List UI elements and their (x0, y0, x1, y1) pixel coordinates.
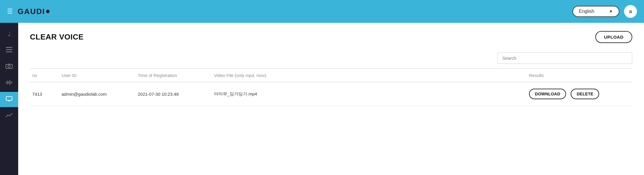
cell-time: 2021-07-30 10:23:48 (135, 92, 212, 97)
search-row (30, 52, 632, 64)
svg-rect-13 (8, 101, 10, 101)
logo-dot-icon (46, 10, 50, 13)
svg-point-4 (8, 65, 10, 68)
col-actions (585, 73, 632, 78)
svg-rect-7 (7, 80, 8, 85)
upload-button[interactable]: UPLOAD (595, 31, 632, 43)
screen-icon (6, 96, 12, 103)
sidebar-item-camera[interactable] (0, 59, 18, 74)
sidebar: ♩ (0, 23, 18, 175)
svg-rect-14 (8, 100, 11, 101)
header-left: ☰ GAUDI (7, 7, 50, 16)
sidebar-item-music[interactable]: ♩ (0, 26, 18, 42)
hamburger-icon[interactable]: ☰ (7, 8, 13, 15)
sidebar-item-waveform[interactable] (0, 76, 18, 91)
waveform-icon (6, 80, 12, 87)
sidebar-item-list[interactable] (0, 43, 18, 58)
page-header: CLEAR VOICE UPLOAD (30, 31, 632, 43)
page-title: CLEAR VOICE (30, 32, 84, 42)
col-results: Results (527, 73, 585, 78)
user-initial: a (629, 8, 632, 15)
sidebar-item-analytics[interactable] (0, 108, 18, 123)
content-area: CLEAR VOICE UPLOAD no User ID Time of Re… (18, 23, 644, 175)
col-user-id: User ID (59, 73, 135, 78)
list-icon (6, 47, 12, 54)
data-table: no User ID Time of Registration Video Fi… (30, 68, 632, 106)
svg-rect-0 (6, 47, 12, 48)
col-no: no (30, 73, 59, 78)
logo-text: GAUDI (18, 7, 45, 16)
delete-button[interactable]: DELETE (571, 89, 599, 99)
svg-rect-5 (8, 64, 10, 65)
cell-file: 마마무_딩가딩가.mp4 (212, 91, 527, 97)
svg-rect-1 (6, 49, 12, 50)
music-icon: ♩ (8, 30, 11, 37)
svg-rect-10 (11, 81, 11, 84)
camera-icon (6, 63, 13, 71)
svg-rect-8 (8, 81, 9, 84)
main-layout: ♩ (0, 23, 644, 175)
svg-rect-2 (6, 52, 12, 52)
search-input[interactable] (497, 52, 632, 64)
header-right: English ▼ a (572, 5, 637, 18)
user-avatar[interactable]: a (624, 5, 637, 18)
cell-actions: DOWNLOAD DELETE (527, 89, 585, 99)
language-selector[interactable]: English ▼ (572, 6, 619, 17)
download-button[interactable]: DOWNLOAD (529, 89, 566, 99)
svg-rect-11 (12, 82, 12, 83)
logo: GAUDI (18, 7, 50, 16)
chevron-down-icon: ▼ (609, 9, 613, 14)
cell-no: 7413 (30, 92, 59, 97)
svg-rect-12 (6, 97, 12, 100)
table-header: no User ID Time of Registration Video Fi… (30, 68, 632, 82)
language-label: English (579, 9, 594, 14)
svg-rect-6 (6, 82, 6, 83)
header: ☰ GAUDI English ▼ a (0, 0, 644, 23)
sidebar-item-screen[interactable] (0, 92, 18, 107)
svg-rect-9 (9, 80, 10, 85)
chart-icon (6, 113, 12, 119)
col-time: Time of Registration (135, 73, 212, 78)
table-row: 7413 admin@gaudiolab.com 2021-07-30 10:2… (30, 82, 632, 106)
col-file: Video File (only mp4, mov) (212, 73, 527, 78)
cell-user-id: admin@gaudiolab.com (59, 92, 135, 97)
